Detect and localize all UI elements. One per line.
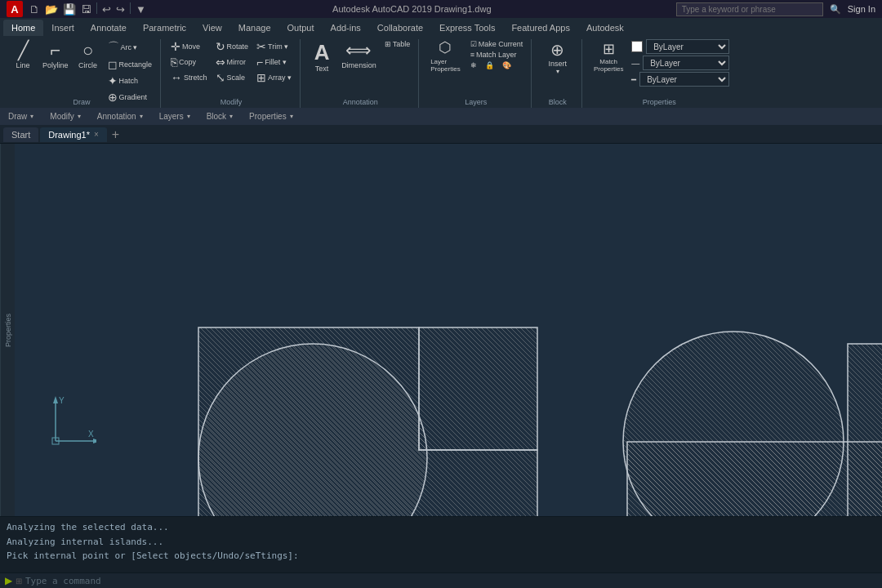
qa-sep2 — [130, 2, 131, 14]
annotation-text-btn[interactable]: A Text — [307, 39, 336, 88]
ribbon-group-block: ⊕ Insert ▾ Block — [533, 39, 582, 108]
ribbon-group-annotation: A Text ⟺ Dimension ⊞ Table Annotation — [302, 39, 419, 108]
properties-arrow: ▾ — [290, 113, 293, 120]
title-bar: A 🗋 📂 💾 🖫 ↩ ↪ ▼ Autodesk AutoCAD 2019 Dr… — [0, 0, 882, 18]
color-select[interactable]: ByLayer — [646, 39, 729, 54]
modify-move-btn[interactable]: ✛ Move — [167, 39, 211, 54]
draw-more-btn1[interactable]: ◻ Rectangle — [105, 57, 156, 72]
tab-insert[interactable]: Insert — [43, 20, 82, 36]
modify-mirror-btn[interactable]: ⇔ Mirror — [212, 55, 252, 69]
tab-addins[interactable]: Add-ins — [323, 20, 369, 36]
qa-save-as[interactable]: 🖫 — [79, 2, 93, 16]
dimension-icon: ⟺ — [345, 42, 372, 60]
scale-icon: ⤡ — [216, 71, 225, 84]
tab-drawing1[interactable]: Drawing1* × — [40, 127, 107, 142]
ribbon-group-draw: ╱ Line ⌐ Polyline ○ Circle ⌒ Arc ▾ ◻ Rec… — [3, 39, 161, 108]
tab-add-btn[interactable]: + — [109, 127, 122, 142]
ribbon-group-modify: ✛ Move ⎘ Copy ↔ Stretch ↻ Rotate ⇔ — [163, 39, 301, 108]
command-input[interactable] — [25, 576, 877, 586]
modify-fillet-btn[interactable]: ⌐ Fillet ▾ — [253, 55, 295, 69]
tab-collaborate[interactable]: Collaborate — [369, 20, 431, 36]
sub-properties-group[interactable]: Properties ▾ — [246, 110, 296, 122]
properties-group-label: Properties — [584, 98, 734, 106]
lineweight-icon: ━ — [631, 75, 636, 84]
qa-open[interactable]: 📂 — [43, 2, 60, 16]
modify-copy-btn[interactable]: ⎘ Copy — [167, 55, 211, 69]
draw-more-btn2[interactable]: ✦ Hatch — [105, 74, 156, 88]
qa-new[interactable]: 🗋 — [28, 2, 42, 16]
insert-block-btn[interactable]: ⊕ Insert ▾ — [543, 39, 572, 88]
draw-line-btn[interactable]: ╱ Line — [8, 39, 38, 88]
array-icon: ⊞ — [256, 71, 266, 84]
dimension-label: Dimension — [341, 61, 376, 69]
left-strip-label: Properties — [4, 313, 12, 346]
modify-rotate-btn[interactable]: ↻ Rotate — [212, 39, 252, 54]
tab-start-label: Start — [11, 130, 30, 140]
tab-manage[interactable]: Manage — [230, 20, 279, 36]
tab-parametric[interactable]: Parametric — [135, 20, 194, 36]
annotation-dimension-btn[interactable]: ⟺ Dimension — [338, 39, 380, 88]
qa-sep1 — [96, 2, 97, 14]
layer-lock-btn[interactable]: 🔒 — [482, 60, 497, 70]
canvas-area[interactable]: [-][Top][2D Wireframe] X Y — [15, 144, 882, 516]
circle-icon: ○ — [82, 42, 93, 60]
command-cursor-icon: ⊞ — [16, 577, 22, 586]
make-current-btn[interactable]: ☑ Make Current — [467, 39, 527, 49]
match-layer-btn[interactable]: ≡ Match Layer — [467, 50, 527, 60]
qa-undo[interactable]: ↩ — [100, 2, 113, 16]
match-layer-icon: ≡ — [470, 51, 474, 59]
layer-freeze-btn[interactable]: ❄ — [467, 60, 480, 70]
command-area: Analyzing the selected data... Analyzing… — [0, 516, 882, 588]
left-properties-strip[interactable]: Properties — [0, 144, 15, 516]
tab-close-icon[interactable]: × — [94, 130, 99, 139]
qa-save[interactable]: 💾 — [61, 2, 78, 16]
polyline-icon: ⌐ — [50, 42, 60, 60]
command-input-row: ▶ ⊞ — [0, 572, 882, 588]
mirror-icon: ⇔ — [216, 56, 225, 69]
tab-drawing1-label: Drawing1* — [48, 130, 90, 140]
tab-home[interactable]: Home — [3, 20, 43, 36]
annotation-table-btn[interactable]: ⊞ Table — [381, 39, 414, 49]
tab-featured[interactable]: Featured Apps — [503, 20, 578, 36]
draw-circle-btn[interactable]: ○ Circle — [74, 39, 103, 88]
line-label: Line — [16, 61, 29, 69]
draw-arc-btn[interactable]: ⌒ Arc ▾ — [105, 39, 156, 56]
tab-start[interactable]: Start — [3, 127, 38, 142]
command-output: Analyzing the selected data... Analyzing… — [0, 517, 882, 572]
modify-scale-btn[interactable]: ⤡ Scale — [212, 70, 252, 85]
drawing-canvas — [15, 144, 882, 516]
search-input[interactable] — [676, 2, 823, 16]
layer-props-btn[interactable]: ⬡ LayerProperties — [425, 39, 465, 72]
sign-in-btn[interactable]: Sign In — [848, 4, 875, 14]
layers-arrow: ▾ — [187, 113, 190, 120]
modify-group-label: Modify — [163, 98, 300, 106]
modify-trim-btn[interactable]: ✂ Trim ▾ — [253, 39, 295, 54]
line-icon: ╱ — [18, 42, 29, 60]
linetype-select[interactable]: ByLayer — [643, 56, 729, 70]
tab-annotate[interactable]: Annotate — [82, 20, 135, 36]
sub-layers-group[interactable]: Layers ▾ — [156, 110, 194, 122]
layer-color-btn[interactable]: 🎨 — [499, 60, 514, 70]
qa-redo[interactable]: ↪ — [114, 2, 127, 16]
modify-stretch-btn[interactable]: ↔ Stretch — [167, 70, 211, 85]
tab-express[interactable]: Express Tools — [431, 20, 503, 36]
draw-polyline-btn[interactable]: ⌐ Polyline — [39, 39, 72, 88]
modify-array-btn[interactable]: ⊞ Array ▾ — [253, 70, 295, 85]
color-swatch — [631, 41, 643, 52]
command-prompt-icon: ▶ — [5, 575, 12, 586]
qa-more[interactable]: ▼ — [134, 2, 148, 16]
tab-output[interactable]: Output — [279, 20, 323, 36]
match-props-label: Match Properties — [592, 58, 625, 73]
tab-view[interactable]: View — [194, 20, 230, 36]
tab-autodesk[interactable]: Autodesk — [578, 20, 632, 36]
cmd-line3: Pick internal point or [Select objects/U… — [7, 549, 875, 564]
insert-label: Insert — [548, 60, 567, 68]
rotate-icon: ↻ — [216, 40, 225, 53]
match-properties-btn[interactable]: ⊞ Match Properties — [589, 39, 628, 88]
text-icon: A — [314, 42, 330, 63]
sub-block-group[interactable]: Block ▾ — [203, 110, 236, 122]
trim-icon: ✂ — [256, 40, 266, 53]
stretch-icon: ↔ — [171, 71, 182, 84]
lineweight-select[interactable]: ByLayer — [639, 72, 729, 87]
text-label: Text — [315, 65, 329, 73]
